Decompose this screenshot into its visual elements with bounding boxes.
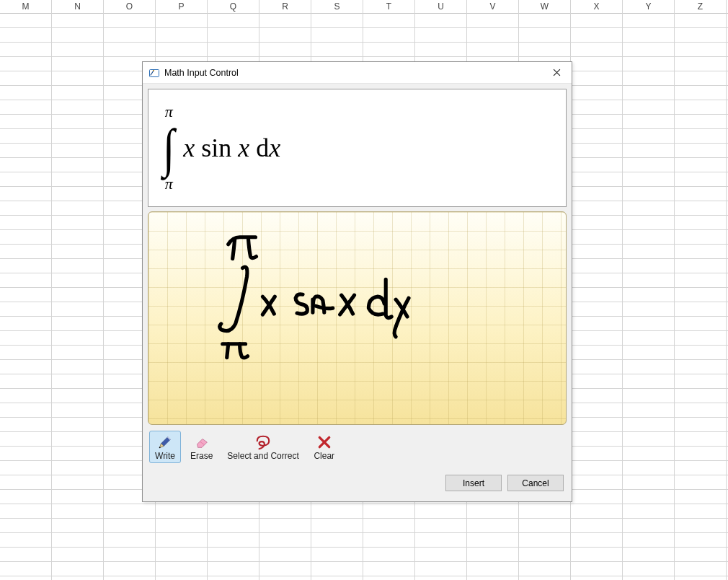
integrand: x sin x dx xyxy=(183,133,280,163)
close-icon xyxy=(553,69,561,76)
lasso-icon xyxy=(254,434,272,451)
dialog-button-row: Insert Cancel xyxy=(148,467,567,496)
column-header[interactable]: Y xyxy=(623,0,675,14)
equation-preview-panel: π ∫ π x sin x dx xyxy=(148,89,567,207)
math-input-dialog: Math Input Control π ∫ π x sin x dx xyxy=(142,61,572,502)
svg-point-1 xyxy=(159,447,161,448)
column-header[interactable]: V xyxy=(467,0,519,14)
clear-label: Clear xyxy=(314,451,334,461)
insert-button[interactable]: Insert xyxy=(445,475,502,491)
titlebar: Math Input Control xyxy=(143,62,572,84)
column-header[interactable]: W xyxy=(519,0,571,14)
ink-canvas[interactable] xyxy=(148,211,567,425)
column-headers-row: MNOPQRSTUVWXYZAAAB xyxy=(0,0,728,14)
lower-limit: π xyxy=(165,176,173,192)
integral-symbol: ∫ xyxy=(163,120,174,176)
select-correct-label: Select and Correct xyxy=(227,451,298,461)
column-header[interactable]: P xyxy=(156,0,208,14)
clear-x-icon xyxy=(316,434,333,451)
column-header[interactable]: R xyxy=(259,0,311,14)
handwriting-ink xyxy=(148,212,566,424)
erase-label: Erase xyxy=(190,451,213,461)
column-header[interactable]: M xyxy=(0,0,52,14)
column-header[interactable]: O xyxy=(104,0,156,14)
eraser-icon xyxy=(193,434,210,451)
recognized-equation: π ∫ π x sin x dx xyxy=(161,104,280,192)
column-header[interactable]: X xyxy=(571,0,623,14)
cancel-button[interactable]: Cancel xyxy=(507,475,564,491)
close-button[interactable] xyxy=(547,63,566,82)
dialog-title: Math Input Control xyxy=(164,68,239,78)
column-header[interactable]: Z xyxy=(675,0,727,14)
write-label: Write xyxy=(155,451,175,461)
column-header[interactable]: U xyxy=(415,0,467,14)
upper-limit: π xyxy=(165,104,173,120)
pen-icon xyxy=(156,434,174,451)
column-header[interactable]: N xyxy=(52,0,104,14)
ink-toolbar: Write Erase Select and Correct xyxy=(148,429,567,463)
column-header[interactable]: Q xyxy=(208,0,259,14)
math-input-app-icon xyxy=(148,67,160,79)
column-header[interactable]: S xyxy=(311,0,363,14)
column-header[interactable]: T xyxy=(363,0,415,14)
write-tool[interactable]: Write xyxy=(149,431,181,463)
clear-tool[interactable]: Clear xyxy=(308,431,340,463)
erase-tool[interactable]: Erase xyxy=(185,431,218,463)
select-correct-tool[interactable]: Select and Correct xyxy=(222,431,303,463)
